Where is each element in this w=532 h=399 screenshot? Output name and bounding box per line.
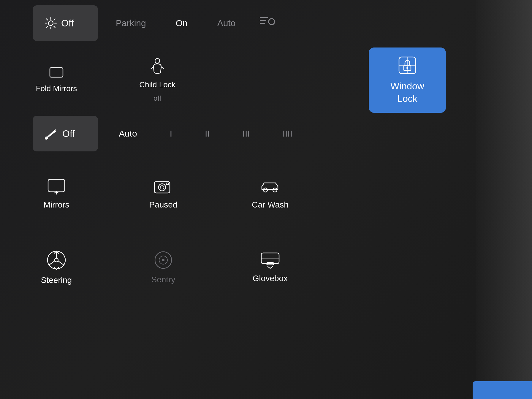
fold-mirrors-button[interactable]: Fold Mirrors xyxy=(33,66,80,94)
svg-line-30 xyxy=(49,261,55,265)
sentry-icon xyxy=(153,250,173,270)
svg-rect-20 xyxy=(154,182,170,193)
icons-row-2: Steering Sentry xyxy=(24,243,473,291)
svg-point-13 xyxy=(155,58,160,63)
paused-label: Paused xyxy=(149,200,178,210)
lights-options: Parking On Auto xyxy=(110,15,241,31)
child-lock-icon xyxy=(149,58,165,76)
glovebox-button[interactable]: Glovebox xyxy=(246,251,294,283)
headlight-settings-icon[interactable] xyxy=(259,16,275,31)
right-bezel xyxy=(476,0,532,399)
fold-mirrors-label: Fold Mirrors xyxy=(36,84,77,94)
lights-off-button[interactable]: Off xyxy=(33,5,98,41)
mirrors-label: Mirrors xyxy=(43,200,69,210)
wiper-row: Off Auto I II III IIII xyxy=(24,116,473,151)
svg-line-7 xyxy=(54,19,55,20)
svg-point-34 xyxy=(162,259,164,261)
controls-row-1: Fold Mirrors Child Lock off xyxy=(24,42,473,119)
svg-point-21 xyxy=(159,184,166,191)
wiper-auto-option[interactable]: Auto xyxy=(113,126,143,142)
window-lock-button[interactable]: Window Lock xyxy=(369,48,446,113)
svg-rect-11 xyxy=(260,23,265,24)
icons-row-1: Mirrors Paused xyxy=(24,172,473,216)
steering-button[interactable]: Steering xyxy=(33,249,80,285)
bottom-bar xyxy=(473,381,532,399)
svg-rect-23 xyxy=(166,183,169,185)
sentry-label: Sentry xyxy=(151,275,175,284)
lights-on-option[interactable]: On xyxy=(170,15,194,31)
wiper-options: Auto I II III IIII xyxy=(113,126,298,142)
svg-line-5 xyxy=(47,19,48,20)
lights-parking-option[interactable]: Parking xyxy=(110,15,152,31)
window-lock-label: Window Lock xyxy=(390,80,424,105)
main-screen: Off Parking On Auto xyxy=(0,0,532,399)
fold-mirrors-icon xyxy=(48,66,65,80)
svg-point-18 xyxy=(406,67,408,69)
steering-label: Steering xyxy=(41,276,72,285)
mirrors-adjust-icon xyxy=(46,178,67,195)
svg-point-24 xyxy=(263,188,267,192)
svg-line-6 xyxy=(54,26,55,27)
wiper-icon xyxy=(45,127,58,140)
window-lock-icon xyxy=(397,55,417,75)
child-lock-sublabel: off xyxy=(153,94,161,102)
wiper-speed-2-option[interactable]: II xyxy=(199,126,216,142)
child-lock-button[interactable]: Child Lock off xyxy=(134,58,181,102)
svg-point-25 xyxy=(273,188,277,192)
wiper-speed-1-option[interactable]: I xyxy=(164,126,178,142)
svg-rect-9 xyxy=(260,17,268,18)
glovebox-label: Glovebox xyxy=(253,274,288,283)
car-wash-label: Car Wash xyxy=(252,200,288,210)
lights-bar: Off Parking On Auto xyxy=(24,0,473,46)
sentry-button[interactable]: Sentry xyxy=(140,250,187,284)
svg-line-8 xyxy=(47,26,48,27)
steering-icon xyxy=(46,249,67,271)
wiper-speed-4-option[interactable]: IIII xyxy=(277,126,298,142)
svg-rect-10 xyxy=(260,20,266,21)
wiper-off-button[interactable]: Off xyxy=(33,116,98,151)
svg-point-0 xyxy=(48,21,53,26)
lights-auto-option[interactable]: Auto xyxy=(211,15,242,31)
dashcam-icon xyxy=(153,178,173,195)
lights-off-label: Off xyxy=(61,18,74,29)
svg-line-31 xyxy=(58,261,64,265)
svg-point-22 xyxy=(160,186,164,189)
sun-icon xyxy=(45,17,57,29)
wiper-off-label: Off xyxy=(62,128,75,139)
svg-point-28 xyxy=(55,258,58,262)
child-lock-label: Child Lock xyxy=(139,80,175,90)
car-wash-button[interactable]: Car Wash xyxy=(246,178,294,210)
car-wash-icon xyxy=(259,178,281,195)
glovebox-icon xyxy=(259,251,281,269)
dashcam-button[interactable]: Paused xyxy=(140,178,187,210)
mirrors-button[interactable]: Mirrors xyxy=(33,178,80,210)
wiper-speed-3-option[interactable]: III xyxy=(237,126,256,142)
